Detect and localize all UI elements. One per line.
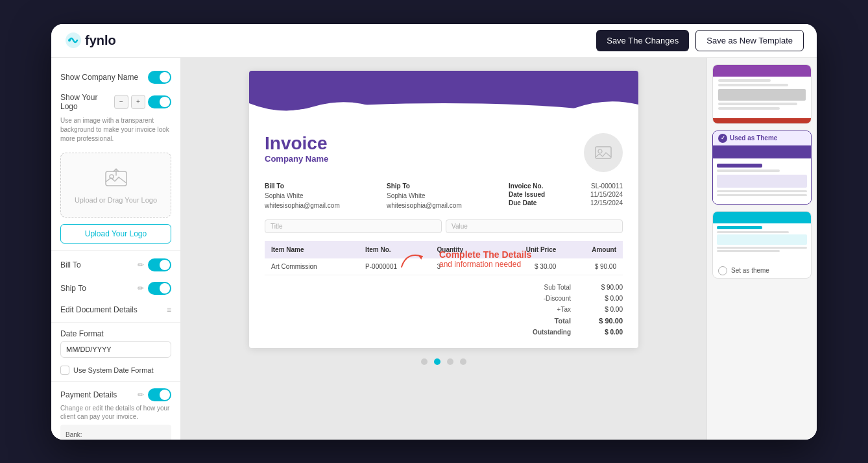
theme-preview-1-lines — [718, 79, 806, 112]
attention-overlay: Complete The Details and information nee… — [395, 246, 531, 272]
date-issued-value: 11/15/2024 — [590, 191, 623, 198]
theme-card-3[interactable]: Set as theme — [712, 211, 812, 279]
set-as-theme-radio[interactable] — [718, 266, 727, 275]
theme-preview-teal-header — [713, 212, 811, 223]
use-system-date-row[interactable]: Use System Date Format — [51, 362, 180, 379]
show-company-name-label: Show Company Name — [60, 73, 138, 82]
attention-sub: and information needed — [439, 260, 531, 269]
tax-value: $ 0.00 — [577, 306, 623, 313]
payment-hint: Change or edit the details of how your c… — [60, 404, 171, 421]
dot-1[interactable] — [421, 358, 428, 365]
divider-1 — [51, 250, 180, 251]
divider-2 — [51, 322, 180, 323]
ship-to-left: Ship To — [60, 284, 86, 293]
due-date-row: Due Date 12/15/2024 — [509, 199, 623, 206]
p-line-a — [717, 164, 762, 168]
theme-preview-purple-header — [713, 145, 811, 158]
theme-preview-red-bar — [713, 118, 811, 123]
theme-card-2[interactable]: ✓ Used as Theme — [712, 131, 812, 205]
p-line-b — [717, 169, 780, 172]
bill-to-email: whitesisophia@gmail.com — [265, 201, 379, 210]
payment-section: Payment Details ✏ Change or edit the det… — [51, 384, 180, 440]
bill-to-col-label: Bill To — [265, 182, 379, 190]
app-window: fynlo Save The Changes Save as New Templ… — [51, 24, 817, 440]
sidebar: Show Company Name Show Your Logo − + Use… — [51, 58, 181, 440]
svg-point-5 — [598, 149, 602, 153]
p-line-c — [717, 190, 807, 192]
payment-toggle[interactable] — [148, 388, 171, 401]
theme-card-3-preview — [713, 212, 811, 264]
sub-total-row: Sub Total $ 90.00 — [265, 282, 623, 293]
show-company-name-row: Show Company Name — [51, 66, 180, 89]
logo-controls: − + — [114, 95, 171, 109]
sub-total-value: $ 90.00 — [577, 284, 623, 291]
company-name-toggle[interactable] — [148, 71, 171, 84]
svg-rect-4 — [596, 147, 611, 158]
value-placeholder[interactable]: Value — [446, 219, 623, 233]
divider-3 — [51, 381, 180, 382]
invoice-company: Company Name — [265, 154, 328, 164]
logo-ctrl-plus[interactable]: + — [131, 95, 145, 109]
ship-to-toggle[interactable] — [148, 282, 171, 295]
dot-4[interactable] — [460, 358, 466, 365]
payment-header: Payment Details ✏ — [60, 388, 171, 401]
title-placeholder[interactable]: Title — [265, 219, 442, 233]
date-format-select[interactable]: MM/DD/YYYY — [60, 341, 171, 358]
discount-row: -Discount $ 0.00 — [265, 293, 623, 304]
attention-arrow-icon — [395, 246, 434, 272]
t3-line-d — [717, 250, 780, 252]
dot-2[interactable] — [434, 358, 440, 365]
tax-row: +Tax $ 0.00 — [265, 304, 623, 315]
save-template-button[interactable]: Save as New Template — [695, 30, 804, 51]
upload-image-icon — [104, 166, 128, 190]
payment-edit-icon: ✏ — [138, 390, 144, 399]
invoice-container: Invoice Company Name — [249, 71, 638, 348]
col-header-amount: Amount — [562, 241, 623, 258]
header-buttons: Save The Changes Save as New Template — [596, 30, 804, 51]
upload-area[interactable]: Upload or Drag Your Logo — [60, 153, 171, 218]
preview-line-1 — [718, 79, 771, 82]
bill-to-left: Bill To — [60, 260, 81, 269]
theme-card-1[interactable] — [712, 64, 812, 124]
edit-doc-details-label: Edit Document Details — [60, 305, 138, 314]
t3-table — [717, 234, 807, 245]
invoice-title: Invoice — [265, 133, 328, 154]
use-system-date-label: Use System Date Format — [73, 366, 153, 374]
t3-line-b — [717, 231, 789, 233]
discount-label: -Discount — [500, 295, 577, 302]
bill-to-toggle[interactable] — [148, 258, 171, 271]
check-circle-icon: ✓ — [718, 134, 727, 143]
preview-area: Invoice Company Name — [181, 58, 706, 440]
logo-toggle[interactable] — [148, 95, 171, 108]
wave-svg — [249, 97, 638, 123]
preview-line-5 — [718, 107, 780, 110]
bill-to-col: Bill To Sophia White whitesisophia@gmail… — [265, 182, 379, 210]
tax-label: +Tax — [500, 306, 577, 313]
used-as-theme-label: Used as Theme — [730, 134, 777, 142]
theme-preview-2-content — [713, 158, 811, 204]
logo-hint: Use an image with a transparent backgrou… — [51, 115, 180, 149]
date-format-section: Date Format MM/DD/YYYY — [51, 325, 180, 362]
invoice-body: Invoice Company Name — [249, 123, 638, 348]
upload-logo-button[interactable]: Upload Your Logo — [60, 224, 171, 244]
theme-card-1-preview — [713, 65, 811, 123]
theme-card-2-preview — [713, 145, 811, 204]
payment-content: Bank: Account Name: Account Number: SWIF… — [60, 425, 171, 440]
logo-ctrl-minus[interactable]: − — [114, 95, 128, 109]
dot-3[interactable] — [447, 358, 453, 365]
sub-total-label: Sub Total — [500, 284, 577, 291]
t3-line-a — [717, 226, 762, 229]
theme-preview-table — [717, 175, 807, 188]
preview-rows — [717, 190, 807, 196]
use-system-date-checkbox[interactable] — [60, 366, 69, 375]
set-as-theme-label: Set as theme — [731, 267, 769, 274]
due-date-label: Due Date — [509, 199, 536, 206]
invoice-logo-placeholder — [584, 133, 623, 172]
attention-main: Complete The Details — [439, 249, 531, 260]
outstanding-row: Outstanding $ 0.00 — [265, 327, 623, 338]
save-changes-button[interactable]: Save The Changes — [596, 30, 689, 51]
edit-doc-details-row: Edit Document Details ≡ — [51, 300, 180, 319]
invoice-header-wave — [249, 71, 638, 123]
date-issued-row: Date Issued 11/15/2024 — [509, 191, 623, 198]
payment-details-label: Payment Details — [60, 390, 117, 399]
